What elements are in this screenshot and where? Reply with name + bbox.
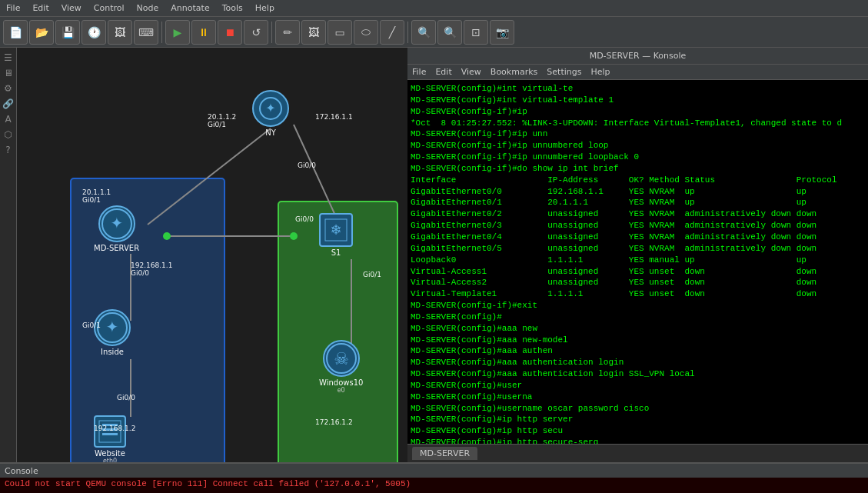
konsole-terminal[interactable]: MD-SERVER(config)#int virtual-te MD-SERV… [407,80,868,444]
console-header: Console [0,464,868,478]
menu-edit[interactable]: Edit [26,2,55,15]
bottom-console: Console Could not start QEMU console [Er… [0,462,868,493]
toolbar-zoom-in[interactable]: 🔍 [411,20,436,45]
konsole-tab[interactable]: MD-SERVER [412,447,477,460]
terminal-line-20: MD-SERVER(config)# [411,311,865,323]
konsole-menu-file[interactable]: File [407,66,431,78]
toolbar-terminal[interactable]: ⌨ [134,20,158,45]
label-gi01-mds: Gi0/1 [82,196,101,204]
label-172161: 172.16.1.1 [315,113,353,121]
topology-panel: ✦ NY 20.1.1.2 Gi0/1 172.16.1.1 Gi0/0 ✦ M… [17,48,407,462]
menu-view[interactable]: View [55,2,88,15]
terminal-line-1: MD-SERVER(config)#int virtual-template 1 [411,95,865,106]
sidebar-icon-5[interactable]: A [2,112,15,126]
device-Website[interactable]: Website eth0 [94,415,126,462]
toolbar-pause[interactable]: ⏸ [191,20,216,45]
device-S1[interactable]: ❄ S1 [319,213,353,257]
svg-point-9 [290,232,298,240]
toolbar-sep1 [161,22,162,43]
terminal-line-4: MD-SERVER(config-if)#ip unn [411,128,865,140]
konsole-menubar: File Edit View Bookmarks Settings Help [407,65,868,80]
toolbar-save[interactable]: 💾 [55,20,80,45]
toolbar-reload[interactable]: ↺ [244,20,268,45]
konsole-menu-settings[interactable]: Settings [542,66,586,78]
toolbar-ellipse[interactable]: ⬭ [354,20,378,45]
toolbar-line[interactable]: ╱ [380,20,404,45]
svg-text:✦: ✦ [110,214,123,232]
menu-help[interactable]: Help [249,2,281,15]
toolbar-camera[interactable]: 📷 [490,20,514,45]
terminal-line-29: MD-SERVER(config)#ip http server [411,414,865,425]
console-error-text: Could not start QEMU console [Errno 111]… [5,479,411,488]
NY-label: NY [265,128,276,137]
device-NY[interactable]: ✦ NY [252,90,289,137]
svg-text:✦: ✦ [265,101,275,115]
label-172162: 172.16.1.2 [315,418,353,426]
S1-icon: ❄ [319,213,353,247]
Website-label: Website [95,449,125,458]
menu-annotate[interactable]: Annotate [165,2,215,15]
toolbar-open[interactable]: 📂 [29,20,54,45]
terminal-line-16: Virtual-Access1 unassigned YES unset dow… [411,266,865,278]
terminal-line-31: MD-SERVER(config)#ip http secure-serq [411,437,865,444]
label-gi00-s1: Gi0/0 [295,215,314,223]
website-eth0: eth0 [103,458,117,462]
terminal-line-3: *Oct 8 01:25:27.552: %LINK-3-UPDOWN: Int… [411,118,865,129]
toolbar-edit[interactable]: ✏ [275,20,300,45]
device-MD-SERVER[interactable]: ✦ MD-SERVER [94,205,139,252]
toolbar-fit[interactable]: ⊡ [464,20,488,45]
svg-rect-23 [102,433,118,435]
menu-control[interactable]: Control [88,2,131,15]
label-20111: 20.1.1.1 [82,188,111,196]
label-gi00-mds: Gi0/0 [131,269,149,277]
konsole-menu-edit[interactable]: Edit [431,66,456,78]
terminal-line-5: MD-SERVER(config-if)#ip unnumbered loop [411,140,865,152]
terminal-line-14: GigabitEthernet0/5 unassigned YES NVRAM … [411,243,865,255]
app-container: File Edit View Control Node Annotate Too… [0,0,868,493]
toolbar-sep2 [271,22,272,43]
console-header-label: Console [5,466,38,476]
toolbar-image[interactable]: 🖼 [301,20,326,45]
konsole-menu-bookmarks[interactable]: Bookmarks [486,66,542,78]
NY-icon: ✦ [252,90,289,127]
toolbar-rect[interactable]: ▭ [328,20,352,45]
sidebar-icon-1[interactable]: ☰ [2,51,15,65]
topology-canvas[interactable]: ✦ NY 20.1.1.2 Gi0/1 172.16.1.1 Gi0/0 ✦ M… [17,48,407,462]
label-gi01-ny: Gi0/1 [208,121,226,128]
terminal-line-10: GigabitEthernet0/1 20.1.1.1 YES NVRAM up… [411,197,865,208]
toolbar-stop[interactable]: ⏹ [218,20,242,45]
konsole-title: MD-SERVER — Konsole [590,51,687,61]
menu-node[interactable]: Node [131,2,165,15]
svg-text:✦: ✦ [106,318,119,336]
toolbar-screenshot[interactable]: 🖼 [108,20,132,45]
toolbar-sep3 [407,22,408,43]
sidebar-icon-6[interactable]: ⬡ [2,128,15,142]
toolbar-zoom-out[interactable]: 🔍 [437,20,462,45]
windows10-sublabel: e0 [338,387,345,394]
konsole-menu-help[interactable]: Help [586,66,614,78]
S1-label: S1 [331,248,341,257]
Windows10-icon: ☠ [323,340,360,377]
menu-file[interactable]: File [0,2,26,15]
toolbar-new[interactable]: 📄 [3,20,28,45]
device-Windows10[interactable]: ☠ Windows10 e0 [319,340,363,394]
terminal-line-11: GigabitEthernet0/2 unassigned YES NVRAM … [411,208,865,220]
device-Inside[interactable]: ✦ Inside [94,309,131,356]
terminal-line-22: MD-SERVER(config)#aaa new-model [411,335,865,346]
sidebar-icon-4[interactable]: 🔗 [2,97,15,111]
sidebar-icon-7[interactable]: ? [2,143,15,157]
label-20112: 20.1.1.2 [208,113,236,121]
toolbar-play[interactable]: ▶ [165,20,190,45]
terminal-line-23: MD-SERVER(config)#aaa authen [411,345,865,357]
terminal-line-18: Virtual-Template1 1.1.1.1 YES unset down… [411,288,865,300]
sidebar-icon-2[interactable]: 🖥 [2,66,15,80]
toolbar-clock[interactable]: 🕐 [81,20,106,45]
terminal-line-28: MD-SERVER(config)#username oscar passwor… [411,403,865,415]
sidebar-icon-3[interactable]: ⚙ [2,82,15,95]
console-content: Could not start QEMU console [Errno 111]… [0,478,868,493]
terminal-line-17: Virtual-Access2 unassigned YES unset dow… [411,277,865,288]
menu-tools[interactable]: Tools [216,2,249,15]
Inside-label: Inside [101,348,124,356]
konsole-menu-view[interactable]: View [457,66,486,78]
terminal-line-8: Interface IP-Address OK? Method Status P… [411,175,865,186]
